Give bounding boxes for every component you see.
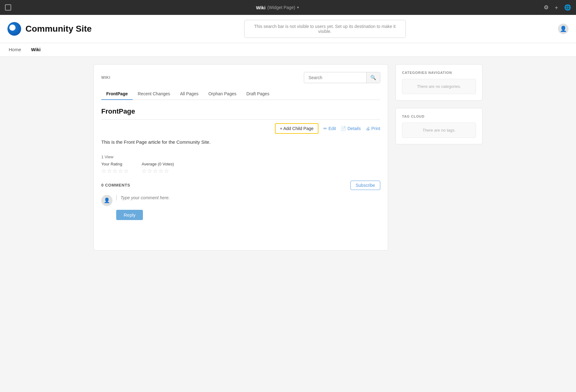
- site-brand: Community Site: [7, 22, 92, 36]
- average-rating-stars: ☆☆☆☆☆: [142, 168, 174, 174]
- sidebar: CATEGORIES NAVIGATION There are no categ…: [395, 64, 482, 250]
- add-child-page-button[interactable]: + Add Child Page: [275, 123, 319, 134]
- topbar-widget-page: (Widget Page): [267, 5, 295, 10]
- rating-row: Your Rating ☆☆☆☆☆ Average (0 Votes) ☆☆☆☆…: [101, 162, 380, 174]
- print-button[interactable]: 🖨 Print: [366, 126, 380, 131]
- settings-icon[interactable]: ⚙: [544, 4, 549, 11]
- print-icon: 🖨: [366, 126, 370, 131]
- average-rating-label: Average (0 Votes): [142, 162, 174, 166]
- comment-input[interactable]: [121, 195, 380, 200]
- tagcloud-section: TAG CLOUD There are no tags.: [395, 108, 482, 144]
- nav-item-wiki[interactable]: Wiki: [30, 43, 42, 56]
- wiki-label: WIKI: [101, 75, 110, 80]
- tagcloud-empty: There are no tags.: [402, 123, 476, 138]
- edit-icon: ✏: [323, 126, 327, 131]
- categories-title: CATEGORIES NAVIGATION: [402, 71, 476, 74]
- topbar-left: [5, 4, 11, 11]
- details-icon: 📄: [341, 126, 346, 131]
- your-rating: Your Rating ☆☆☆☆☆: [101, 162, 129, 174]
- details-button[interactable]: 📄 Details: [341, 126, 361, 131]
- reply-button[interactable]: Reply: [116, 210, 143, 220]
- search-bar-notice: This search bar is not visible to users …: [244, 20, 406, 38]
- tagcloud-title: TAG CLOUD: [402, 115, 476, 118]
- add-icon[interactable]: ＋: [554, 4, 559, 11]
- page-title: FrontPage: [101, 107, 380, 115]
- wiki-search-button[interactable]: 🔍: [366, 72, 380, 83]
- comment-avatar: 👤: [101, 195, 112, 206]
- topbar-wiki-label: Wiki: [256, 5, 266, 10]
- edit-label: Edit: [328, 126, 336, 131]
- subscribe-button[interactable]: Subscribe: [350, 181, 380, 190]
- print-label: Print: [371, 126, 380, 131]
- tab-orphan-pages[interactable]: Orphan Pages: [203, 88, 241, 100]
- categories-section: CATEGORIES NAVIGATION There are no categ…: [395, 64, 482, 101]
- main-area: WIKI 🔍 FrontPage Recent Changes All Page…: [86, 64, 490, 250]
- wiki-search-input[interactable]: [304, 73, 366, 83]
- page-description: This is the Front Page article for the C…: [101, 139, 380, 146]
- site-header: Community Site This search bar is not vi…: [0, 15, 576, 43]
- page-title-area: FrontPage: [101, 107, 380, 119]
- site-logo: [7, 22, 21, 36]
- comments-count: 0 COMMENTS: [101, 183, 130, 187]
- wiki-header: WIKI 🔍: [101, 72, 380, 83]
- view-count: 1 View: [101, 155, 380, 159]
- user-avatar[interactable]: 👤: [558, 24, 569, 34]
- comments-header: 0 COMMENTS Subscribe: [101, 181, 380, 190]
- wiki-search-box: 🔍: [304, 72, 380, 83]
- site-nav: Home Wiki: [0, 43, 576, 57]
- average-rating: Average (0 Votes) ☆☆☆☆☆: [142, 162, 174, 174]
- wiki-panel: WIKI 🔍 FrontPage Recent Changes All Page…: [94, 64, 388, 250]
- globe-icon[interactable]: 🌐: [564, 4, 571, 11]
- rating-section: Your Rating ☆☆☆☆☆ Average (0 Votes) ☆☆☆☆…: [101, 162, 380, 174]
- topbar-center: Wiki (Widget Page) ▾: [256, 5, 299, 10]
- sidebar-toggle-icon[interactable]: [5, 4, 11, 11]
- topbar-right: ⚙ ＋ 🌐: [544, 4, 571, 11]
- your-rating-stars[interactable]: ☆☆☆☆☆: [101, 168, 129, 174]
- tab-draft-pages[interactable]: Draft Pages: [241, 88, 274, 100]
- nav-item-home[interactable]: Home: [7, 43, 22, 56]
- topbar: Wiki (Widget Page) ▾ ⚙ ＋ 🌐: [0, 0, 576, 15]
- your-rating-label: Your Rating: [101, 162, 129, 166]
- edit-button[interactable]: ✏ Edit: [323, 126, 336, 131]
- tab-frontpage[interactable]: FrontPage: [101, 88, 133, 100]
- categories-empty: There are no categories.: [402, 79, 476, 94]
- page-actions: + Add Child Page ✏ Edit 📄 Details 🖨 Prin…: [101, 123, 380, 134]
- comment-input-row: 👤: [101, 195, 380, 206]
- topbar-dropdown-icon[interactable]: ▾: [297, 5, 299, 10]
- details-label: Details: [347, 126, 361, 131]
- tab-recent-changes[interactable]: Recent Changes: [133, 88, 175, 100]
- tab-all-pages[interactable]: All Pages: [175, 88, 203, 100]
- site-title: Community Site: [25, 24, 92, 34]
- wiki-tabs: FrontPage Recent Changes All Pages Orpha…: [101, 88, 380, 100]
- comment-input-wrap: [116, 195, 380, 201]
